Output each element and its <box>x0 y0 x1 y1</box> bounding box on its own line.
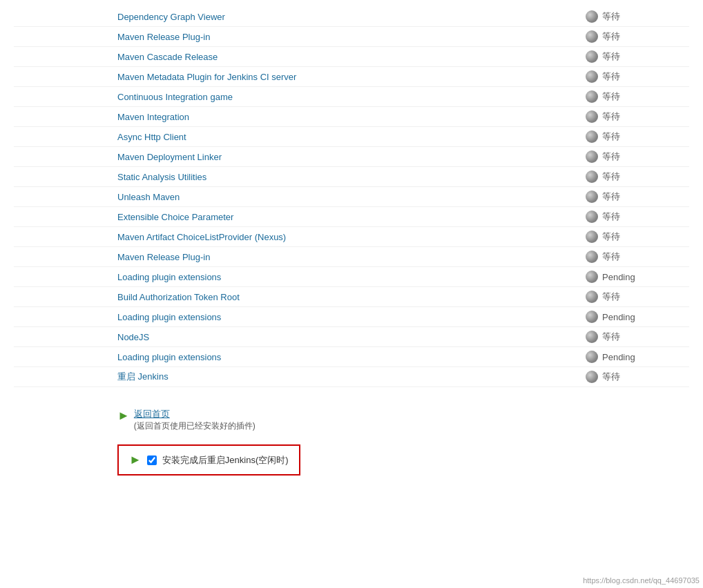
restart-box: ► 安装完成后重启Jenkins(空闲时) <box>117 444 300 476</box>
plugin-name[interactable]: Loading plugin extensions <box>14 352 586 362</box>
plugin-row: Maven Cascade Release等待 <box>14 47 689 67</box>
restart-label: 安装完成后重启Jenkins(空闲时) <box>162 454 289 467</box>
status-text: 等待 <box>602 210 620 223</box>
plugin-row: Loading plugin extensionsPending <box>14 267 689 287</box>
footer-section: ► 返回首页 (返回首页使用已经安装好的插件) ► 安装完成后重启Jenkins… <box>14 408 689 476</box>
status-text: 等待 <box>602 130 620 143</box>
plugin-name[interactable]: Maven Cascade Release <box>14 52 586 62</box>
plugin-name[interactable]: Async Http Client <box>14 132 586 142</box>
plugin-name[interactable]: Dependency Graph Viewer <box>14 12 586 22</box>
status-text: 等待 <box>602 190 620 203</box>
status-text: 等待 <box>602 150 620 163</box>
status-text: Pending <box>602 272 635 282</box>
plugin-status: 等待 <box>586 150 689 163</box>
restart-checkbox[interactable] <box>147 455 157 465</box>
plugin-name[interactable]: Unleash Maven <box>14 192 586 202</box>
plugin-status: 等待 <box>586 110 689 123</box>
status-text: Pending <box>602 352 635 362</box>
plugin-status: 等待 <box>586 30 689 43</box>
plugin-row: Unleash Maven等待 <box>14 187 689 207</box>
status-text: 等待 <box>602 170 620 183</box>
plugin-name[interactable]: Maven Integration <box>14 112 586 122</box>
plugin-status: 等待 <box>586 210 689 223</box>
plugin-status: Pending <box>586 311 689 323</box>
status-text: 等待 <box>602 10 620 23</box>
status-ball-icon <box>586 110 598 123</box>
plugin-name[interactable]: Loading plugin extensions <box>14 272 586 282</box>
plugin-status: 等待 <box>586 10 689 23</box>
status-text: 等待 <box>602 50 620 63</box>
status-ball-icon <box>586 371 598 383</box>
status-ball-icon <box>586 150 598 163</box>
status-ball-icon <box>586 251 598 263</box>
plugin-name[interactable]: Maven Deployment Linker <box>14 152 586 162</box>
plugin-row: Maven Metadata Plugin for Jenkins CI ser… <box>14 67 689 87</box>
plugin-status: 等待 <box>586 170 689 183</box>
plugin-row: Continuous Integration game等待 <box>14 87 689 107</box>
plugin-status: 等待 <box>586 251 689 263</box>
status-ball-icon <box>586 291 598 303</box>
plugin-status: 等待 <box>586 291 689 303</box>
plugin-status: Pending <box>586 271 689 283</box>
status-text: Pending <box>602 312 635 322</box>
plugin-status: 等待 <box>586 331 689 343</box>
status-text: 等待 <box>602 70 620 83</box>
status-ball-icon <box>586 190 598 203</box>
plugin-status: 等待 <box>586 371 689 383</box>
status-text: 等待 <box>602 231 620 243</box>
plugin-name[interactable]: Extensible Choice Parameter <box>14 212 586 222</box>
plugin-name[interactable]: Maven Release Plug-in <box>14 32 586 42</box>
plugin-name[interactable]: Continuous Integration game <box>14 92 586 102</box>
plugin-row: 重启 Jenkins等待 <box>14 367 689 387</box>
status-ball-icon <box>586 90 598 103</box>
plugin-row: Maven Release Plug-in等待 <box>14 247 689 267</box>
plugin-name[interactable]: Loading plugin extensions <box>14 312 586 322</box>
plugin-row: Async Http Client等待 <box>14 127 689 147</box>
plugin-status: 等待 <box>586 190 689 203</box>
status-ball-icon <box>586 271 598 283</box>
restart-arrow-icon: ► <box>129 453 142 467</box>
back-arrow-icon: ► <box>117 409 130 423</box>
status-ball-icon <box>586 10 598 23</box>
plugin-row: Dependency Graph Viewer等待 <box>14 7 689 27</box>
plugin-status: 等待 <box>586 70 689 83</box>
back-home-row: ► 返回首页 (返回首页使用已经安装好的插件) <box>117 408 689 432</box>
plugin-status: 等待 <box>586 231 689 243</box>
status-text: 等待 <box>602 110 620 123</box>
back-home-sub: (返回首页使用已经安装好的插件) <box>134 421 256 431</box>
plugin-row: Maven Deployment Linker等待 <box>14 147 689 167</box>
status-ball-icon <box>586 170 598 183</box>
plugin-name[interactable]: Maven Metadata Plugin for Jenkins CI ser… <box>14 72 586 82</box>
plugin-name[interactable]: 重启 Jenkins <box>14 371 586 383</box>
plugin-name[interactable]: NodeJS <box>14 332 586 342</box>
plugin-row: Extensible Choice Parameter等待 <box>14 207 689 227</box>
plugin-row: Maven Artifact ChoiceListProvider (Nexus… <box>14 227 689 247</box>
status-ball-icon <box>586 70 598 83</box>
status-ball-icon <box>586 351 598 363</box>
status-text: 等待 <box>602 331 620 343</box>
plugin-row: Maven Integration等待 <box>14 107 689 127</box>
plugin-status: 等待 <box>586 50 689 63</box>
plugin-list: Dependency Graph Viewer等待Maven Release P… <box>14 7 689 387</box>
status-text: 等待 <box>602 251 620 263</box>
status-ball-icon <box>586 210 598 223</box>
plugin-row: Build Authorization Token Root等待 <box>14 287 689 307</box>
plugin-name[interactable]: Maven Release Plug-in <box>14 252 586 262</box>
plugin-row: Maven Release Plug-in等待 <box>14 27 689 47</box>
plugin-row: NodeJS等待 <box>14 327 689 347</box>
plugin-name[interactable]: Build Authorization Token Root <box>14 292 586 302</box>
status-ball-icon <box>586 130 598 143</box>
plugin-row: Static Analysis Utilities等待 <box>14 167 689 187</box>
status-ball-icon <box>586 311 598 323</box>
status-ball-icon <box>586 30 598 43</box>
back-home-link[interactable]: 返回首页 <box>134 408 256 420</box>
plugin-status: Pending <box>586 351 689 363</box>
status-ball-icon <box>586 231 598 243</box>
status-ball-icon <box>586 331 598 343</box>
plugin-name[interactable]: Maven Artifact ChoiceListProvider (Nexus… <box>14 232 586 242</box>
status-text: 等待 <box>602 371 620 383</box>
plugin-status: 等待 <box>586 130 689 143</box>
plugin-status: 等待 <box>586 90 689 103</box>
status-text: 等待 <box>602 30 620 43</box>
plugin-name[interactable]: Static Analysis Utilities <box>14 172 586 182</box>
